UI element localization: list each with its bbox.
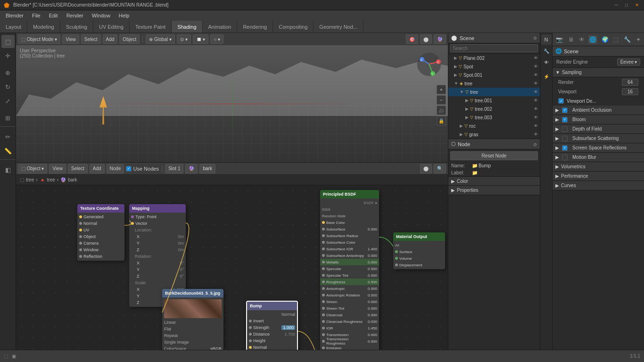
outliner-item-tree002[interactable]: ▶ ▽ tree.002 👁 [448,105,540,113]
node-props-settings[interactable]: ⚙ [533,142,537,147]
tab-animation[interactable]: Animation [203,21,238,33]
ssr-checkbox[interactable]: ✓ [562,145,568,151]
ao-header[interactable]: ▶ ✓ Ambient Occlusion [553,106,644,115]
plane-visibility-icon[interactable]: 👁 [534,56,538,60]
viewport-denoising-checkbox[interactable]: ✓ [558,98,564,104]
principled-bsdf-node[interactable]: Principled BSDF BSDF ● GGX Random Walk B… [320,190,379,350]
viewport-value[interactable]: 16 [622,88,638,95]
tab-view-icon[interactable]: 👁 [541,57,552,67]
sidebar-rotate-tool[interactable]: ↻ [1,80,15,93]
node-mode-btn[interactable]: ⬚ Object ▾ [18,164,47,173]
properties-section-header[interactable]: ▶ Properties [448,186,540,195]
sidebar-cursor-tool[interactable]: ✛ [1,49,15,62]
outliner-item-spot001[interactable]: ▶ ▽ Spot.001 👁 [448,71,540,79]
tab-geometry-nodes[interactable]: Geometry Nod... [314,21,363,33]
render-value[interactable]: 64 [622,79,638,86]
node-node-btn[interactable]: Node [107,164,124,173]
node-add-btn[interactable]: Add [90,164,105,173]
tree-visibility-icon[interactable]: 👁 [534,90,538,94]
close-button[interactable]: ✕ [634,2,640,8]
reset-node-button[interactable]: Reset Node [450,151,538,160]
tab-tool-icon[interactable]: 🔧 [541,46,552,56]
node-zoom-btn[interactable]: 🔍 [434,164,446,173]
curves-header[interactable]: ▶ Curves [553,181,644,190]
tab-shading[interactable]: Shading [172,21,202,33]
material-output-node[interactable]: Material Output All Surface Volume Displ… [393,232,445,269]
tree002-visibility-icon[interactable]: 👁 [534,107,538,111]
tree003-visibility-icon[interactable]: 👁 [534,115,538,120]
sidebar-annotate-tool[interactable]: ✏ [1,130,15,143]
sidebar-select-tool[interactable]: ⬚ [1,35,15,48]
view-tab-icon[interactable]: 👁 [578,35,586,44]
pivot-btn[interactable]: ⊙ ▾ [177,34,191,44]
modifier-tab-icon[interactable]: 🔧 [623,35,632,44]
render-engine-dropdown[interactable]: Eevee ▾ [617,58,640,66]
lock-view-btn[interactable]: 🔒 [437,116,446,125]
tab-compositing[interactable]: Compositing [273,21,314,33]
outliner-item-tree[interactable]: ▼ ▽ tree 👁 [448,88,540,96]
spot-visibility-icon[interactable]: 👁 [534,64,538,69]
material-icon-btn[interactable]: 🔮 [185,164,198,173]
render-tab-icon[interactable]: 📷 [555,35,564,44]
proportional-btn[interactable]: ○ ▾ [210,34,223,44]
ssr-section-header[interactable]: ▶ ✓ Screen Space Reflections [553,143,644,153]
outliner-filter-btn[interactable]: ⚙ [533,36,537,41]
sidebar-add-cube-tool[interactable]: ◧ [1,163,15,176]
particles-tab-icon[interactable]: ✦ [635,35,642,44]
sidebar-transform-tool[interactable]: ⊞ [1,111,15,124]
gras-visibility-icon[interactable]: 👁 [534,132,538,137]
viewport-shade-btn[interactable]: 🔮 [434,34,446,44]
outliner-item-tree-group[interactable]: ▼ ◈ tree 👁 [448,79,540,88]
maximize-button[interactable]: □ [623,2,630,8]
image-texture-node[interactable]: BarkDeciduous043_5_5.jpg Linear Flat Rep… [162,289,223,350]
tab-wrangler-icon[interactable]: ⚡ [541,71,552,82]
spot001-visibility-icon[interactable]: 👁 [534,73,538,77]
bloom-checkbox[interactable]: ✓ [562,117,568,123]
gizmo-btn[interactable]: 🎯 [406,34,418,44]
3d-viewport[interactable]: ⬚ Object Mode ▾ View Select Add Object ⊕… [16,33,448,163]
viewport-object-btn[interactable]: Object [119,34,140,44]
transform-mode-btn[interactable]: ⊕ Global ▾ [146,34,174,44]
slot-btn[interactable]: Slot 1 [165,164,184,173]
sampling-header[interactable]: ▼ Sampling [553,68,644,77]
scene-tab-icon[interactable]: 🌐 [588,35,597,44]
world-tab-icon[interactable]: 🌍 [601,35,610,44]
ssr-header[interactable]: ▶ Subsurface Scattering [553,134,644,143]
tree-group-visibility-icon[interactable]: 👁 [534,81,538,86]
outliner-item-plane[interactable]: ▶ ▽ Plane.002 👁 [448,54,540,62]
node-overlay-btn[interactable]: ⬤ [420,164,432,173]
tab-sculpting[interactable]: Sculpting [60,21,93,33]
camera-btn[interactable]: 🎥 [437,106,446,115]
overlay-btn[interactable]: ⬤ [420,34,432,44]
bump-node[interactable]: Bump Normal Invert Strength1.000 Distanc… [246,301,298,350]
outliner-search[interactable] [450,44,538,52]
menu-window[interactable]: Window [88,12,114,19]
menu-render[interactable]: Render [63,12,87,19]
sidebar-move-tool[interactable]: ⊕ [1,66,15,79]
node-select-btn[interactable]: Select [68,164,88,173]
texture-coordinate-node[interactable]: Texture Coordinate Generated Normal UV O… [77,204,124,261]
zoom-in-btn[interactable]: + [437,85,446,94]
tab-rendering[interactable]: Rendering [237,21,273,33]
ao-checkbox[interactable]: ✓ [562,107,568,113]
outliner-item-tree001[interactable]: ▶ ▽ tree.001 👁 [448,96,540,105]
material-name-btn[interactable]: bark [199,164,215,173]
tree001-visibility-icon[interactable]: 👁 [534,98,538,103]
sidebar-scale-tool[interactable]: ⤢ [1,94,15,107]
outliner-item-spot[interactable]: ▶ ▽ Spot 👁 [448,62,540,71]
outliner-item-gras[interactable]: ▶ ▽ gras 👁 [448,130,540,139]
tab-modeling[interactable]: Modeling [27,21,60,33]
tab-layout[interactable]: Layout [0,21,27,33]
viewport-add-btn[interactable]: Add [103,34,118,44]
node-editor-canvas[interactable]: Texture Coordinate Generated Normal UV O… [16,185,448,350]
minimize-button[interactable]: ─ [613,2,619,8]
color-section-header[interactable]: ▶ Color [448,176,540,186]
motion-blur-header[interactable]: ▶ Motion Blur [553,153,644,162]
viewport-view-btn[interactable]: View [62,34,79,44]
mb-checkbox[interactable] [562,155,568,160]
perf-header[interactable]: ▶ Performance [553,172,644,181]
menu-edit[interactable]: Edit [45,12,62,19]
subsurf-checkbox[interactable] [562,136,568,141]
tab-texture-paint[interactable]: Texture Paint [130,21,172,33]
menu-file[interactable]: File [28,12,44,19]
